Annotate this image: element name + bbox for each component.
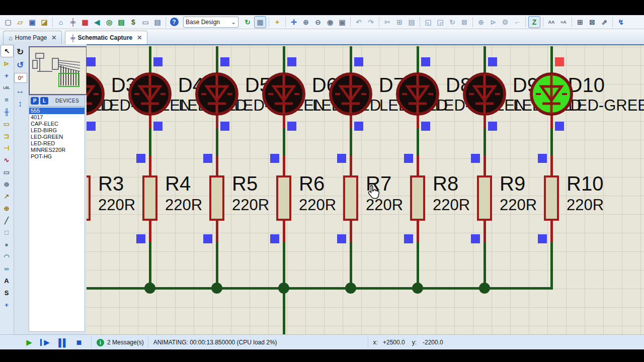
toggle-grid-icon[interactable]: ▦ [254,16,266,28]
tab-home-page[interactable]: ⌂ Home Page ✕ [3,31,62,44]
new-sheet-icon[interactable]: ⊞ [575,17,586,28]
mirror-horizontal-icon[interactable]: ↔ [14,84,26,98]
pcb-layout-icon[interactable]: ▦ [79,17,91,28]
undo-icon[interactable]: ↶ [353,17,364,28]
terminals-mode-icon[interactable]: ⊐ [1,130,13,142]
message-count[interactable]: 2 Message(s) [107,339,144,346]
2d-text-mode-icon[interactable]: A [1,275,13,287]
wire-bottom[interactable] [550,242,553,290]
2d-marker-mode-icon[interactable]: + [1,299,13,311]
resistor-R6[interactable] [276,175,291,221]
2d-circle-mode-icon[interactable]: ● [1,239,13,250]
rotate-clockwise-icon[interactable]: ↻ [14,45,26,58]
netlist-icon[interactable]: ▤ [116,17,127,28]
wire-label-mode-icon[interactable]: LBL [1,82,13,94]
resistor-R3[interactable] [87,175,91,221]
cleanup-icon[interactable]: ⌐ [512,17,523,28]
design-selector-dropdown[interactable]: Base Design⌄ [183,17,238,28]
graph-mode-icon[interactable]: ∿ [1,154,13,166]
step-button[interactable]: ▶ [40,339,52,346]
property-assignment-icon[interactable]: ≈A [558,17,569,28]
rotation-angle-field[interactable]: 0° [14,73,27,83]
zoom-out-icon[interactable]: ⊖ [312,17,324,28]
led-D6[interactable] [327,70,374,118]
mirror-vertical-icon[interactable]: ↕ [14,98,26,111]
bill-of-materials-icon[interactable]: $ [128,17,139,28]
library-button[interactable]: L [40,97,48,105]
2d-path-mode-icon[interactable]: ∞ [1,263,13,275]
resistor-R4[interactable] [142,175,157,221]
zoom-area-icon[interactable]: ▣ [337,17,348,28]
led-D7[interactable] [394,70,441,118]
buses-mode-icon[interactable]: ╫ [1,106,13,118]
ruler-icon[interactable]: ▭ [140,17,151,28]
subcircuit-mode-icon[interactable]: ▭ [1,118,13,130]
help-icon[interactable]: ? [169,17,180,28]
resistor-R9[interactable] [477,175,492,221]
resistor-R7[interactable] [343,175,358,221]
device-list-item[interactable]: 4017 [29,114,85,121]
wire-mid[interactable] [550,128,553,156]
origin-icon[interactable]: + [272,17,283,28]
generator-mode-icon[interactable]: ⊚ [1,178,13,190]
2d-line-mode-icon[interactable]: ╱ [1,215,13,226]
wire-drop[interactable] [283,290,285,334]
zoom-to-selection-icon[interactable]: ⊕ [475,17,487,28]
resistor-R5[interactable] [209,175,224,221]
stop-button[interactable]: ■ [74,338,84,347]
led-D8[interactable] [461,70,508,118]
maintenance-icon[interactable]: ⚙ [500,17,511,28]
device-list-item[interactable]: POT-HG [29,153,85,160]
device-list-item[interactable]: CAP-ELEC [29,121,85,127]
block-copy-icon[interactable]: ◱ [423,17,434,28]
pause-button[interactable]: ▌▌ [58,338,68,347]
search-tag-icon[interactable]: AA [546,17,557,28]
2d-arc-mode-icon[interactable]: ◠ [1,251,13,262]
save-icon[interactable]: ▣ [27,17,38,28]
device-list-item[interactable]: LED-GREEN [29,134,85,140]
resistor-R10[interactable] [544,175,559,221]
wire-autorouter-icon[interactable]: Z [528,16,540,28]
junction-dot-mode-icon[interactable]: + [1,70,13,81]
2d-box-mode-icon[interactable]: □ [1,227,13,238]
import-export-icon[interactable]: ◪ [39,17,50,28]
tape-recorder-mode-icon[interactable]: ▭ [1,166,13,178]
component-mode-icon[interactable]: ⊳ [1,58,13,69]
close-icon[interactable]: ✕ [137,34,142,41]
device-list-item[interactable]: LED-RED [29,140,85,147]
led-D2[interactable] [87,70,107,118]
home-page-icon[interactable]: ⌂ [55,17,66,28]
led-D5[interactable] [260,70,307,118]
redo-icon[interactable]: ↷ [365,17,376,28]
wire-mid[interactable] [283,128,285,156]
led-D9[interactable] [528,70,575,118]
schematic-capture-icon[interactable]: ╪ [67,17,78,28]
pan-icon[interactable]: ✛ [288,17,299,28]
play-button[interactable]: ▶ [24,338,34,347]
device-list-item[interactable]: 555 [29,108,85,114]
remove-sheet-icon[interactable]: ⊠ [587,17,598,28]
goto-sheet-icon[interactable]: ⇗ [599,17,610,28]
zoom-in-icon[interactable]: ⊕ [300,17,311,28]
new-file-icon[interactable]: ▢ [3,17,14,28]
copy-icon[interactable]: ⊞ [394,17,405,28]
voltage-probe-mode-icon[interactable]: ↗ [1,191,13,202]
tab-schematic-capture[interactable]: ╪ Schematic Capture ✕ [65,31,147,44]
overview-thumbnail[interactable] [29,46,87,95]
schematic-canvas[interactable]: R3220RD2LED-REDR4220RD3LED-GREENR5220RD4… [87,44,644,334]
led-D3[interactable] [126,70,174,118]
block-delete-icon[interactable]: ⊠ [459,17,470,28]
selection-mode-icon[interactable]: ↖ [1,45,14,57]
wire-mid[interactable] [149,128,151,156]
info-icon[interactable]: i [97,339,104,346]
device-pins-mode-icon[interactable]: ⊣ [1,142,13,154]
open-folder-icon[interactable]: ▱ [15,17,26,28]
2d-symbol-mode-icon[interactable]: S [1,287,13,299]
device-list-item[interactable]: LED-BIRG [29,127,85,134]
rotate-anticlockwise-icon[interactable]: ↺ [14,58,26,71]
block-move-icon[interactable]: ◲ [435,17,446,28]
zoom-all-icon[interactable]: ◉ [325,17,336,28]
pick-parts-button[interactable]: P [31,97,39,105]
close-icon[interactable]: ✕ [51,34,56,41]
wire-mid[interactable] [350,128,352,156]
